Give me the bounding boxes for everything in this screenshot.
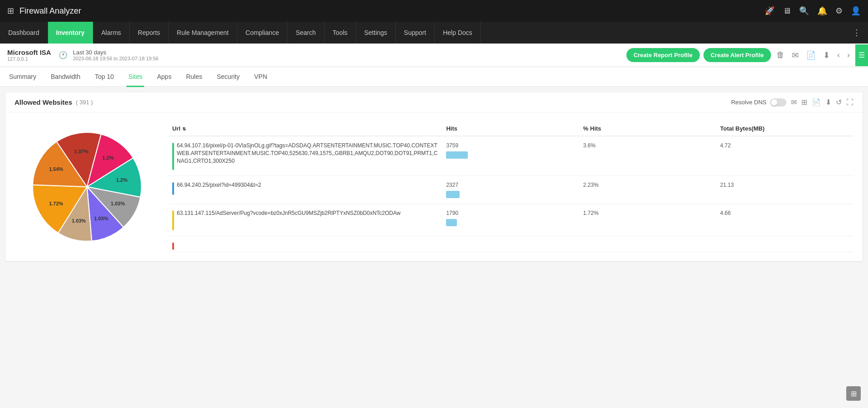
refresh-icon[interactable]: ↺ — [836, 98, 842, 107]
time-range: 2023-06-18 19:56 to 2023-07-18 19:56 — [73, 56, 159, 61]
tab-top10[interactable]: Top 10 — [93, 68, 116, 87]
content-area: 3.6%2.23%1.72%1.54%1.37%1.2%1.2%1.03%1.0… — [5, 112, 863, 261]
top-bar: ⊞ Firewall Analyzer 🚀 🖥 🔍 🔔 ⚙ 👤 — [0, 0, 868, 22]
table-row: 63.131.147.115/AdServer/Pug?vcode=bz0xJn… — [169, 204, 853, 236]
sidebar-toggle[interactable]: ☰ — [855, 44, 868, 66]
url-color-bar — [172, 143, 174, 170]
email-icon[interactable]: ✉ — [790, 49, 800, 62]
table-row: 66.94.240.25/pixel?id=499304&t=2 2327 2.… — [169, 176, 853, 204]
section-actions: Resolve DNS ✉ ⊞ 📄 ⬇ ↺ ⛶ — [731, 98, 853, 107]
tab-sites[interactable]: Sites — [126, 68, 144, 87]
tab-bandwidth[interactable]: Bandwidth — [49, 68, 82, 87]
delete-icon[interactable]: 🗑 — [775, 49, 786, 62]
tab-security[interactable]: Security — [215, 68, 242, 87]
hits-bar — [446, 219, 576, 226]
pie-chart-container: 3.6%2.23%1.72%1.54%1.37%1.2%1.2%1.03%1.0… — [15, 121, 160, 252]
col-pct-hits: % Hits — [580, 125, 717, 132]
sub-header-right: Create Report Profile Create Alert Profi… — [626, 44, 861, 66]
prev-icon[interactable]: ‹ — [835, 49, 842, 62]
hits-bar — [446, 151, 576, 159]
time-info: Last 30 days 2023-06-18 19:56 to 2023-07… — [73, 49, 159, 61]
grid-action-icon[interactable]: ⊞ — [801, 98, 807, 107]
nav-item-settings[interactable]: Settings — [356, 22, 396, 44]
hits-bar-fill — [446, 219, 457, 226]
hits-cell: 3759 — [442, 142, 579, 159]
tab-rules[interactable]: Rules — [184, 68, 204, 87]
fullscreen-icon[interactable]: ⛶ — [846, 98, 853, 107]
grid-icon[interactable]: ⊞ — [7, 6, 14, 16]
create-report-profile-button[interactable]: Create Report Profile — [626, 48, 700, 62]
device-info: Microsoft ISA 127.0.0.1 — [7, 49, 51, 62]
url-cell: 64.94.107.16/pixel/p-01-0VlaSjnOLg.gif?t… — [169, 142, 442, 170]
nav-item-reports[interactable]: Reports — [130, 22, 169, 44]
section-title: Allowed Websites — [15, 98, 72, 106]
nav-more-button[interactable]: ⋮ — [845, 22, 868, 44]
time-section: 🕐 Last 30 days 2023-06-18 19:56 to 2023-… — [58, 49, 159, 61]
nav-bar: Dashboard Inventory Alarms Reports Rule … — [0, 22, 868, 44]
device-ip: 127.0.0.1 — [7, 56, 51, 62]
email-action-icon[interactable]: ✉ — [791, 98, 797, 107]
resolve-dns-container: Resolve DNS — [731, 98, 786, 107]
top-bar-right: 🚀 🖥 🔍 🔔 ⚙ 👤 — [765, 6, 861, 16]
bell-icon[interactable]: 🔔 — [817, 6, 827, 16]
section-count: ( 391 ) — [76, 99, 93, 106]
url-color-bar — [172, 210, 174, 230]
device-name: Microsoft ISA — [7, 49, 51, 56]
next-icon[interactable]: › — [845, 49, 852, 62]
monitor-icon[interactable]: 🖥 — [783, 6, 791, 16]
tab-summary[interactable]: Summary — [7, 68, 38, 87]
user-icon[interactable]: 👤 — [851, 6, 861, 16]
tab-bar: Summary Bandwidth Top 10 Sites Apps Rule… — [0, 67, 868, 87]
url-text: 66.94.240.25/pixel?id=499304&t=2 — [177, 181, 261, 189]
pdf-action-icon[interactable]: 📄 — [812, 98, 821, 107]
download-icon[interactable]: ⬇ — [821, 49, 832, 62]
scroll-area[interactable]: 64.94.107.16/pixel/p-01-0VlaSjnOLg.gif?t… — [169, 136, 853, 252]
hits-bar-fill — [446, 151, 468, 159]
pdf-icon[interactable]: 📄 — [804, 49, 818, 62]
svg-text:1.03%: 1.03% — [111, 201, 125, 206]
total-bytes-cell: 4.72 — [717, 142, 853, 150]
resolve-dns-label: Resolve DNS — [731, 99, 766, 106]
table-row — [169, 236, 853, 252]
clock-icon: 🕐 — [58, 51, 68, 59]
nav-item-search[interactable]: Search — [287, 22, 324, 44]
create-alert-profile-button[interactable]: Create Alert Profile — [703, 48, 771, 62]
resolve-dns-toggle[interactable] — [770, 98, 786, 107]
sub-header: Microsoft ISA 127.0.0.1 🕐 Last 30 days 2… — [0, 44, 868, 67]
pct-hits-cell: 1.72% — [580, 209, 717, 217]
svg-text:1.72%: 1.72% — [49, 201, 63, 206]
nav-item-compliance[interactable]: Compliance — [238, 22, 288, 44]
pct-hits-cell: 2.23% — [580, 181, 717, 189]
table-area: Url ⇅ Hits % Hits Total Bytes(MB) 64.94.… — [169, 121, 853, 252]
nav-item-inventory[interactable]: Inventory — [48, 22, 93, 44]
csv-action-icon[interactable]: ⬇ — [825, 98, 831, 107]
gear-icon[interactable]: ⚙ — [835, 6, 843, 16]
tab-vpn[interactable]: VPN — [252, 68, 269, 87]
svg-text:1.03%: 1.03% — [72, 218, 86, 223]
nav-item-rule-management[interactable]: Rule Management — [169, 22, 237, 44]
nav-item-alarms[interactable]: Alarms — [93, 22, 130, 44]
url-text: 64.94.107.16/pixel/p-01-0VlaSjnOLg.gif?t… — [177, 142, 439, 165]
pie-chart: 3.6%2.23%1.72%1.54%1.37%1.2%1.2%1.03%1.0… — [24, 123, 150, 250]
pct-hits-cell: 3.6% — [580, 142, 717, 150]
hits-bar — [446, 191, 576, 198]
nav-item-helpdocs[interactable]: Help Docs — [435, 22, 481, 44]
hits-cell: 1790 — [442, 209, 579, 226]
app-title: Firewall Analyzer — [19, 6, 81, 16]
col-total-bytes: Total Bytes(MB) — [717, 125, 853, 132]
nav-item-tools[interactable]: Tools — [325, 22, 356, 44]
hits-cell: 2327 — [442, 181, 579, 198]
url-cell: 66.94.240.25/pixel?id=499304&t=2 — [169, 181, 442, 195]
rocket-icon[interactable]: 🚀 — [765, 6, 775, 16]
nav-item-dashboard[interactable]: Dashboard — [0, 22, 48, 44]
sort-icon[interactable]: ⇅ — [182, 126, 186, 131]
top-bar-left: ⊞ Firewall Analyzer — [7, 6, 81, 16]
nav-item-support[interactable]: Support — [396, 22, 435, 44]
tab-apps[interactable]: Apps — [155, 68, 173, 87]
search-icon[interactable]: 🔍 — [799, 6, 809, 16]
url-color-bar — [172, 182, 174, 195]
total-bytes-cell: 21.13 — [717, 181, 853, 189]
section-header: Allowed Websites ( 391 ) Resolve DNS ✉ ⊞… — [5, 92, 863, 112]
hits-bar-fill — [446, 191, 460, 198]
url-text: 63.131.147.115/AdServer/Pug?vcode=bz0xJn… — [177, 209, 401, 217]
